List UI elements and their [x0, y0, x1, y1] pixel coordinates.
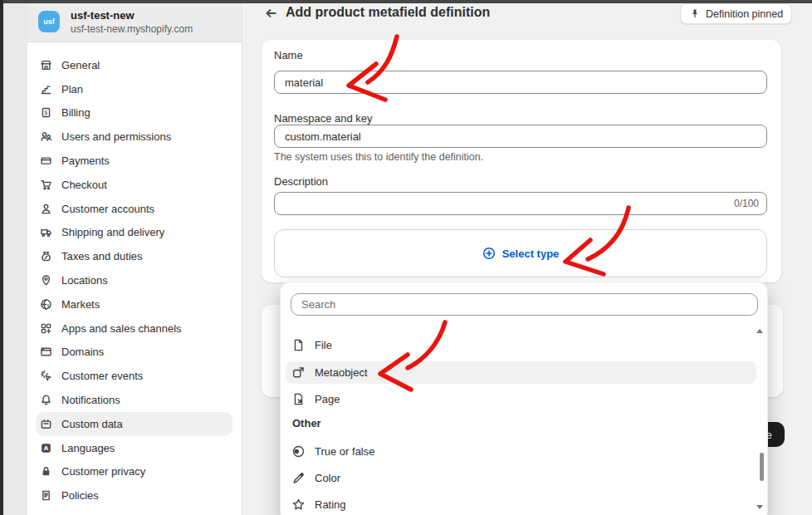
- sidebar-item-label: General: [61, 59, 100, 71]
- users-icon: [40, 130, 52, 143]
- type-option-rating[interactable]: Rating: [286, 493, 756, 515]
- sidebar-nav: GeneralPlan$BillingUsers and permissions…: [27, 53, 241, 508]
- type-option-label: Page: [315, 393, 340, 405]
- type-search-input[interactable]: [291, 293, 758, 316]
- sidebar-item-custom-data[interactable]: Custom data: [36, 412, 232, 436]
- sidebar-item-label: Policies: [61, 489, 99, 502]
- type-option-file[interactable]: File: [286, 334, 756, 356]
- sidebar-item-label: Domains: [61, 346, 104, 358]
- scrollbar-up-arrow[interactable]: [756, 329, 763, 333]
- bell-icon: [40, 394, 52, 406]
- name-input[interactable]: [274, 71, 767, 94]
- sidebar-item-general[interactable]: General: [27, 53, 241, 77]
- settings-backdrop: [3, 3, 27, 515]
- type-group-header-other: Other: [292, 417, 321, 429]
- sidebar-item-label: Languages: [61, 442, 115, 454]
- file-icon: [291, 338, 306, 352]
- domain-icon: [40, 346, 52, 358]
- type-option-label: True or false: [315, 445, 375, 458]
- pin-icon: [689, 8, 701, 20]
- sidebar-item-label: Billing: [61, 106, 90, 119]
- metafield-form-card: Name Namespace and key The system uses t…: [262, 40, 781, 282]
- sidebar-item-label: Payments: [61, 154, 110, 167]
- sidebar-item-label: Notifications: [61, 394, 120, 406]
- sidebar-item-label: Markets: [61, 298, 100, 311]
- star-icon: [291, 498, 306, 512]
- store-name: usf-test-new: [71, 9, 135, 22]
- definition-pinned-button[interactable]: Definition pinned: [680, 3, 792, 24]
- type-option-label: File: [315, 339, 332, 351]
- sidebar-item-customer-privacy[interactable]: Customer privacy: [27, 460, 241, 484]
- page-icon: [291, 392, 306, 406]
- description-char-counter: 0/100: [734, 198, 759, 209]
- sidebar-item-notifications[interactable]: Notifications: [27, 388, 241, 412]
- sidebar-item-payments[interactable]: Payments: [27, 149, 241, 173]
- taxes-icon: [40, 250, 52, 262]
- location-pin-icon: [40, 274, 52, 287]
- namespace-helper-text: The system uses this to identify the def…: [274, 151, 483, 163]
- store-icon: [40, 59, 52, 71]
- sidebar-item-plan[interactable]: Plan: [27, 77, 241, 101]
- select-type-button[interactable]: Select type: [482, 247, 560, 260]
- languages-icon: A: [40, 442, 52, 454]
- definition-pinned-label: Definition pinned: [706, 8, 783, 20]
- sidebar-item-customer-events[interactable]: Customer events: [27, 364, 241, 388]
- namespace-input[interactable]: [274, 125, 767, 148]
- toggle-icon: [291, 444, 306, 459]
- type-option-true-or-false[interactable]: True or false: [286, 440, 756, 463]
- scrollbar-down-arrow[interactable]: [756, 505, 763, 509]
- cart-icon: [40, 179, 52, 191]
- description-input[interactable]: [274, 192, 767, 215]
- type-option-color[interactable]: Color: [286, 467, 756, 489]
- globe-icon: $: [40, 298, 52, 311]
- plan-icon: [40, 83, 52, 96]
- store-avatar: usf: [38, 11, 60, 32]
- sidebar-item-label: Checkout: [61, 179, 107, 191]
- lock-icon: [40, 465, 52, 478]
- type-option-label: Metaobject: [315, 366, 368, 379]
- svg-text:A: A: [44, 445, 49, 452]
- sidebar-item-label: Custom data: [61, 418, 123, 430]
- name-label: Name: [274, 49, 303, 61]
- sidebar-item-label: Customer events: [61, 370, 143, 382]
- payments-icon: [40, 154, 52, 167]
- type-option-metaobject[interactable]: Metaobject: [286, 361, 756, 384]
- billing-icon: $: [40, 106, 52, 119]
- sidebar-item-customer-accounts[interactable]: Customer accounts: [27, 197, 241, 221]
- sidebar-item-label: Apps and sales channels: [61, 322, 182, 335]
- scrollbar-thumb[interactable]: [760, 453, 764, 481]
- store-domain: usf-test-new.myshopify.com: [71, 23, 193, 35]
- truck-icon: [40, 226, 52, 238]
- type-option-page[interactable]: Page: [286, 388, 756, 410]
- sidebar-item-taxes-and-duties[interactable]: Taxes and duties: [27, 244, 241, 268]
- namespace-label: Namespace and key: [274, 112, 373, 125]
- sidebar-item-label: Users and permissions: [61, 130, 171, 143]
- metaobject-icon: [291, 365, 306, 380]
- apps-grid-icon: [40, 322, 52, 335]
- back-arrow-icon[interactable]: [262, 5, 279, 22]
- sidebar-item-apps-and-sales-channels[interactable]: Apps and sales channels: [27, 316, 241, 341]
- settings-sidebar: usf usf-test-new usf-test-new.myshopify.…: [27, 3, 242, 515]
- sidebar-item-checkout[interactable]: Checkout: [27, 173, 241, 197]
- policy-doc-icon: [40, 489, 52, 502]
- type-dropdown: FileMetaobjectPageOtherTrue or falseColo…: [280, 282, 768, 515]
- sidebar-item-billing[interactable]: $Billing: [27, 101, 241, 125]
- store-header[interactable]: usf usf-test-new usf-test-new.myshopify.…: [27, 3, 242, 42]
- color-picker-icon: [291, 471, 306, 485]
- sidebar-item-domains[interactable]: Domains: [27, 341, 241, 365]
- sidebar-item-policies[interactable]: Policies: [27, 483, 241, 508]
- sidebar-item-shipping-and-delivery[interactable]: Shipping and delivery: [27, 221, 241, 245]
- sidebar-item-label: Taxes and duties: [61, 250, 143, 262]
- sidebar-item-locations[interactable]: Locations: [27, 268, 241, 292]
- svg-text:$: $: [44, 110, 48, 117]
- sidebar-item-languages[interactable]: ALanguages: [27, 436, 241, 460]
- type-option-label: Color: [315, 472, 340, 484]
- sidebar-item-label: Shipping and delivery: [61, 226, 164, 238]
- plus-circle-icon: [482, 247, 496, 260]
- svg-text:$: $: [46, 302, 50, 307]
- custom-data-icon: [40, 418, 52, 430]
- sidebar-item-markets[interactable]: $Markets: [27, 292, 241, 316]
- shopify-settings-window: usf usf-test-new usf-test-new.myshopify.…: [0, 0, 812, 515]
- sidebar-item-users-and-permissions[interactable]: Users and permissions: [27, 125, 241, 149]
- sidebar-item-label: Customer accounts: [61, 203, 154, 215]
